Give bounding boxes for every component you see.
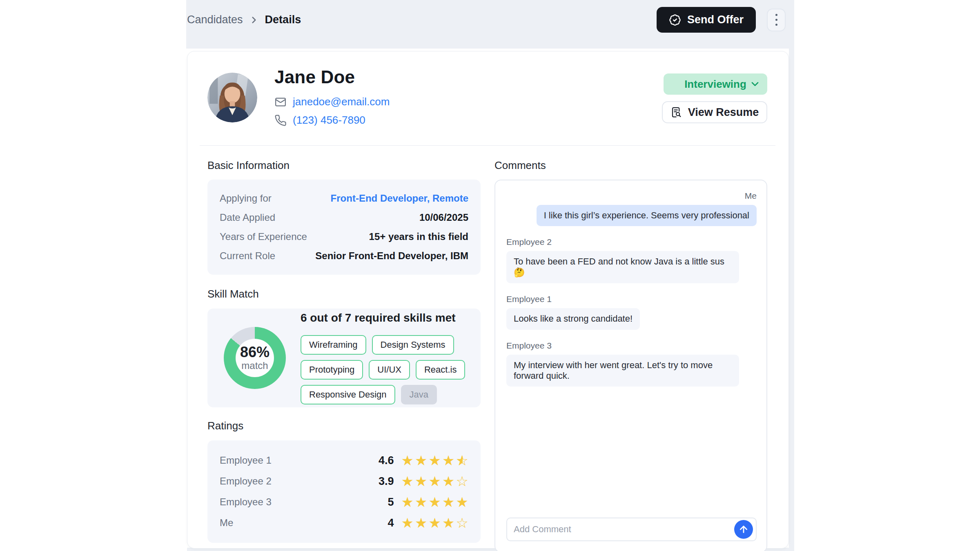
comment-thread: MeI like this girl’s experience. Seems v… bbox=[506, 191, 757, 518]
star-full-icon: ★ bbox=[442, 495, 454, 509]
comment-message: Employee 2To have been a FED and not kno… bbox=[506, 237, 757, 283]
info-label: Applying for bbox=[220, 193, 272, 204]
skill-match-donut-chart: 86% match bbox=[224, 327, 286, 389]
skill-chip: Java bbox=[401, 385, 437, 404]
info-row: Current RoleSenior Front-End Developer, … bbox=[220, 250, 468, 262]
comment-bubble: My interview with her went great. Let's … bbox=[506, 355, 739, 387]
ratings-title: Ratings bbox=[207, 420, 481, 432]
comment-bubble: I like this girl’s experience. Seems ver… bbox=[537, 205, 757, 226]
rating-author: Employee 2 bbox=[220, 475, 272, 487]
rating-score: 3.9 bbox=[379, 475, 394, 488]
info-value: 15+ years in this field bbox=[369, 231, 468, 242]
left-column: Basic Information Applying forFront-End … bbox=[207, 159, 481, 551]
info-value: 10/06/2025 bbox=[419, 212, 468, 223]
vertical-scrollbar-track[interactable] bbox=[789, 49, 794, 551]
profile-actions: Interviewing View Resume bbox=[662, 73, 767, 123]
star-rating: ★★★★☆ bbox=[401, 516, 468, 530]
star-empty-icon: ☆ bbox=[456, 516, 468, 530]
kebab-vertical-icon bbox=[775, 14, 777, 16]
rating-author: Me bbox=[220, 517, 233, 529]
skill-chip-list: WireframingDesign SystemsPrototypingUI/U… bbox=[301, 335, 480, 404]
star-full-icon: ★ bbox=[401, 516, 414, 530]
view-resume-label: View Resume bbox=[688, 106, 759, 119]
info-value: Senior Front-End Developer, IBM bbox=[315, 250, 468, 262]
star-half-icon: ☆★ bbox=[456, 453, 468, 467]
profile-divider bbox=[200, 145, 775, 146]
file-search-icon bbox=[670, 106, 683, 118]
email-row: janedoe@email.com bbox=[274, 96, 390, 108]
send-comment-button[interactable] bbox=[734, 520, 753, 539]
phone-icon bbox=[274, 114, 287, 127]
info-label: Date Applied bbox=[220, 212, 275, 223]
rating-score: 4 bbox=[388, 517, 394, 529]
candidate-phone-link[interactable]: (123) 456-7890 bbox=[293, 114, 365, 127]
comments-card: MeI like this girl’s experience. Seems v… bbox=[494, 180, 767, 551]
profile-header: Jane Doe janedoe@email.com (123) 456-789… bbox=[207, 73, 767, 127]
comment-author: Me bbox=[745, 191, 757, 201]
candidate-avatar bbox=[207, 73, 257, 122]
star-rating: ★★★★☆ bbox=[401, 474, 468, 488]
skill-chip: Prototyping bbox=[301, 360, 363, 380]
breadcrumb-candidates[interactable]: Candidates bbox=[187, 13, 243, 26]
comment-bubble: Looks like a strong candidate! bbox=[506, 308, 640, 329]
top-bar: Candidates Details Send Offer bbox=[186, 0, 794, 49]
star-full-icon: ★ bbox=[442, 453, 454, 467]
skill-match-caption: match bbox=[241, 360, 268, 371]
candidate-details-card: Jane Doe janedoe@email.com (123) 456-789… bbox=[187, 51, 789, 549]
phone-row: (123) 456-7890 bbox=[274, 114, 390, 127]
arrow-up-icon bbox=[738, 524, 749, 535]
skill-chip: Responsive Design bbox=[301, 385, 395, 404]
skill-chip: Wireframing bbox=[301, 335, 366, 355]
comment-author: Employee 2 bbox=[506, 237, 552, 247]
star-full-icon: ★ bbox=[401, 495, 414, 509]
comment-composer bbox=[506, 518, 757, 541]
rating-row: Employee 14.6★★★★☆★ bbox=[220, 453, 468, 467]
comment-bubble: To have been a FED and not know Java is … bbox=[506, 251, 739, 283]
star-full-icon: ★ bbox=[442, 474, 454, 488]
info-label: Current Role bbox=[220, 250, 275, 262]
candidate-identity: Jane Doe janedoe@email.com (123) 456-789… bbox=[274, 67, 390, 127]
chevron-down-icon bbox=[749, 78, 761, 90]
star-full-icon: ★ bbox=[442, 516, 454, 530]
send-offer-button[interactable]: Send Offer bbox=[657, 7, 756, 33]
star-rating: ★★★★☆★ bbox=[401, 453, 468, 467]
skill-chip: React.is bbox=[416, 360, 465, 380]
star-rating: ★★★★★ bbox=[401, 495, 468, 509]
star-full-icon: ★ bbox=[415, 474, 427, 488]
rating-row: Me4★★★★☆ bbox=[220, 516, 468, 530]
comment-message: Employee 3My interview with her went gre… bbox=[506, 341, 757, 387]
status-label: Interviewing bbox=[684, 78, 746, 91]
info-label: Years of Experience bbox=[220, 231, 307, 242]
star-full-icon: ★ bbox=[415, 453, 427, 467]
rating-row: Employee 23.9★★★★☆ bbox=[220, 474, 468, 488]
chevron-right-icon bbox=[249, 15, 259, 25]
star-full-icon: ★ bbox=[429, 474, 441, 488]
add-comment-input[interactable] bbox=[514, 524, 734, 535]
rating-author: Employee 3 bbox=[220, 496, 272, 508]
right-column: Comments MeI like this girl’s experience… bbox=[494, 159, 767, 551]
overflow-menu-button[interactable] bbox=[767, 9, 786, 31]
comment-message: Employee 1Looks like a strong candidate! bbox=[506, 294, 757, 329]
info-row: Applying forFront-End Developer, Remote bbox=[220, 193, 468, 204]
info-value-link[interactable]: Front-End Developer, Remote bbox=[331, 193, 468, 204]
ratings-panel: Employee 14.6★★★★☆★Employee 23.9★★★★☆Emp… bbox=[207, 440, 481, 543]
comment-author: Employee 1 bbox=[506, 294, 552, 304]
info-row: Years of Experience15+ years in this fie… bbox=[220, 231, 468, 242]
comment-message: MeI like this girl’s experience. Seems v… bbox=[506, 191, 757, 226]
view-resume-button[interactable]: View Resume bbox=[662, 101, 767, 123]
basic-info-panel: Applying forFront-End Developer, RemoteD… bbox=[207, 180, 481, 275]
candidate-email-link[interactable]: janedoe@email.com bbox=[293, 96, 390, 108]
breadcrumb-details: Details bbox=[265, 13, 301, 26]
status-dropdown[interactable]: Interviewing bbox=[664, 73, 767, 95]
send-offer-label: Send Offer bbox=[687, 13, 744, 26]
skill-match-title: Skill Match bbox=[207, 288, 481, 300]
skill-chip: Design Systems bbox=[372, 335, 454, 355]
rating-score: 4.6 bbox=[379, 454, 394, 467]
star-empty-icon: ☆ bbox=[456, 474, 468, 488]
comments-title: Comments bbox=[494, 159, 767, 172]
topbar-actions: Send Offer bbox=[657, 7, 786, 33]
breadcrumb: Candidates Details bbox=[187, 13, 301, 26]
star-full-icon: ★ bbox=[429, 516, 441, 530]
star-full-icon: ★ bbox=[429, 453, 441, 467]
star-full-icon: ★ bbox=[429, 495, 441, 509]
